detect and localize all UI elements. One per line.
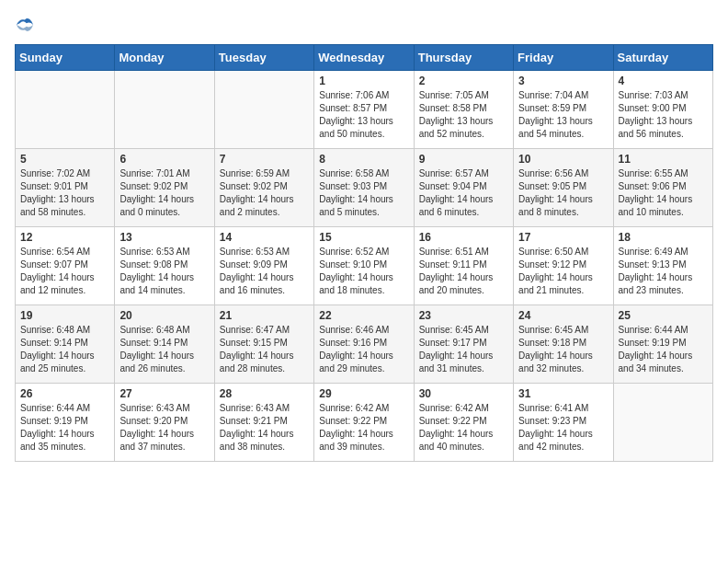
calendar-cell: 28Sunrise: 6:43 AMSunset: 9:21 PMDayligh…	[214, 384, 313, 462]
logo-icon	[15, 15, 35, 35]
calendar-cell: 21Sunrise: 6:47 AMSunset: 9:15 PMDayligh…	[214, 305, 313, 384]
calendar-week-row: 1Sunrise: 7:06 AMSunset: 8:57 PMDaylight…	[16, 71, 713, 149]
day-info: Sunrise: 7:06 AMSunset: 8:57 PMDaylight:…	[319, 89, 408, 141]
calendar-cell: 14Sunrise: 6:53 AMSunset: 9:09 PMDayligh…	[214, 227, 313, 305]
calendar-cell: 19Sunrise: 6:48 AMSunset: 9:14 PMDayligh…	[16, 305, 115, 384]
calendar-cell: 1Sunrise: 7:06 AMSunset: 8:57 PMDaylight…	[314, 71, 414, 149]
day-info: Sunrise: 6:48 AMSunset: 9:14 PMDaylight:…	[119, 324, 209, 375]
calendar-cell	[214, 71, 313, 149]
calendar-cell	[613, 384, 712, 462]
day-info: Sunrise: 6:44 AMSunset: 9:19 PMDaylight:…	[619, 324, 708, 375]
calendar-cell: 3Sunrise: 7:04 AMSunset: 8:59 PMDaylight…	[514, 71, 613, 149]
calendar-week-row: 5Sunrise: 7:02 AMSunset: 9:01 PMDaylight…	[16, 149, 713, 227]
calendar-cell: 4Sunrise: 7:03 AMSunset: 9:00 PMDaylight…	[613, 71, 712, 149]
calendar-cell: 31Sunrise: 6:41 AMSunset: 9:23 PMDayligh…	[514, 384, 613, 462]
calendar-cell: 20Sunrise: 6:48 AMSunset: 9:14 PMDayligh…	[115, 305, 214, 384]
day-info: Sunrise: 6:49 AMSunset: 9:13 PMDaylight:…	[619, 246, 708, 297]
day-number: 14	[220, 231, 309, 244]
calendar-cell: 26Sunrise: 6:44 AMSunset: 9:19 PMDayligh…	[16, 384, 115, 462]
day-number: 17	[518, 231, 608, 244]
calendar-cell: 27Sunrise: 6:43 AMSunset: 9:20 PMDayligh…	[115, 384, 214, 462]
day-number: 18	[619, 231, 708, 244]
calendar-cell: 25Sunrise: 6:44 AMSunset: 9:19 PMDayligh…	[613, 305, 712, 384]
day-info: Sunrise: 6:50 AMSunset: 9:12 PMDaylight:…	[518, 246, 608, 297]
day-info: Sunrise: 7:05 AMSunset: 8:58 PMDaylight:…	[419, 89, 508, 141]
day-number: 3	[518, 75, 608, 87]
weekday-header: Tuesday	[214, 45, 313, 71]
calendar-cell: 8Sunrise: 6:58 AMSunset: 9:03 PMDaylight…	[314, 149, 414, 227]
day-number: 5	[20, 153, 109, 166]
day-info: Sunrise: 6:56 AMSunset: 9:05 PMDaylight:…	[518, 167, 608, 219]
day-number: 4	[619, 75, 708, 87]
day-info: Sunrise: 6:47 AMSunset: 9:15 PMDaylight:…	[220, 324, 309, 375]
day-number: 30	[419, 387, 508, 400]
day-info: Sunrise: 6:57 AMSunset: 9:04 PMDaylight:…	[419, 167, 508, 219]
calendar-cell: 7Sunrise: 6:59 AMSunset: 9:02 PMDaylight…	[214, 149, 313, 227]
day-info: Sunrise: 6:52 AMSunset: 9:10 PMDaylight:…	[319, 246, 408, 297]
day-info: Sunrise: 6:41 AMSunset: 9:23 PMDaylight:…	[518, 402, 608, 454]
calendar-cell: 23Sunrise: 6:45 AMSunset: 9:17 PMDayligh…	[414, 305, 513, 384]
calendar-header: SundayMondayTuesdayWednesdayThursdayFrid…	[16, 45, 713, 71]
day-number: 16	[419, 231, 508, 244]
calendar-cell: 12Sunrise: 6:54 AMSunset: 9:07 PMDayligh…	[16, 227, 115, 305]
day-number: 20	[119, 309, 209, 322]
day-info: Sunrise: 6:53 AMSunset: 9:09 PMDaylight:…	[220, 246, 309, 297]
day-info: Sunrise: 6:51 AMSunset: 9:11 PMDaylight:…	[419, 246, 508, 297]
day-info: Sunrise: 6:44 AMSunset: 9:19 PMDaylight:…	[20, 402, 109, 454]
day-info: Sunrise: 6:46 AMSunset: 9:16 PMDaylight:…	[319, 324, 408, 375]
weekday-row: SundayMondayTuesdayWednesdayThursdayFrid…	[16, 45, 713, 71]
weekday-header: Thursday	[414, 45, 513, 71]
day-info: Sunrise: 6:59 AMSunset: 9:02 PMDaylight:…	[220, 167, 309, 219]
day-number: 31	[518, 387, 608, 400]
calendar-cell: 9Sunrise: 6:57 AMSunset: 9:04 PMDaylight…	[414, 149, 513, 227]
day-number: 19	[20, 309, 109, 322]
day-number: 12	[20, 231, 109, 244]
calendar-body: 1Sunrise: 7:06 AMSunset: 8:57 PMDaylight…	[16, 71, 713, 462]
weekday-header: Friday	[514, 45, 613, 71]
day-info: Sunrise: 6:45 AMSunset: 9:17 PMDaylight:…	[419, 324, 508, 375]
day-number: 2	[419, 75, 508, 87]
calendar-table: SundayMondayTuesdayWednesdayThursdayFrid…	[15, 44, 713, 462]
day-info: Sunrise: 6:43 AMSunset: 9:21 PMDaylight:…	[220, 402, 309, 454]
calendar-cell: 18Sunrise: 6:49 AMSunset: 9:13 PMDayligh…	[613, 227, 712, 305]
calendar-cell: 22Sunrise: 6:46 AMSunset: 9:16 PMDayligh…	[314, 305, 414, 384]
calendar-cell: 17Sunrise: 6:50 AMSunset: 9:12 PMDayligh…	[514, 227, 613, 305]
day-number: 25	[619, 309, 708, 322]
day-number: 9	[419, 153, 508, 166]
day-info: Sunrise: 6:43 AMSunset: 9:20 PMDaylight:…	[119, 402, 209, 454]
day-info: Sunrise: 6:42 AMSunset: 9:22 PMDaylight:…	[319, 402, 408, 454]
day-number: 11	[619, 153, 708, 166]
day-number: 23	[419, 309, 508, 322]
calendar-cell: 29Sunrise: 6:42 AMSunset: 9:22 PMDayligh…	[314, 384, 414, 462]
calendar-cell: 11Sunrise: 6:55 AMSunset: 9:06 PMDayligh…	[613, 149, 712, 227]
calendar-cell: 13Sunrise: 6:53 AMSunset: 9:08 PMDayligh…	[115, 227, 214, 305]
calendar-cell: 10Sunrise: 6:56 AMSunset: 9:05 PMDayligh…	[514, 149, 613, 227]
logo	[15, 15, 39, 35]
day-number: 21	[220, 309, 309, 322]
calendar-cell: 24Sunrise: 6:45 AMSunset: 9:18 PMDayligh…	[514, 305, 613, 384]
day-number: 6	[119, 153, 209, 166]
calendar-cell: 6Sunrise: 7:01 AMSunset: 9:02 PMDaylight…	[115, 149, 214, 227]
day-info: Sunrise: 6:58 AMSunset: 9:03 PMDaylight:…	[319, 167, 408, 219]
day-number: 22	[319, 309, 408, 322]
day-info: Sunrise: 6:48 AMSunset: 9:14 PMDaylight:…	[20, 324, 109, 375]
day-info: Sunrise: 7:03 AMSunset: 9:00 PMDaylight:…	[619, 89, 708, 141]
calendar-week-row: 26Sunrise: 6:44 AMSunset: 9:19 PMDayligh…	[16, 384, 713, 462]
day-number: 10	[518, 153, 608, 166]
weekday-header: Sunday	[16, 45, 115, 71]
day-number: 15	[319, 231, 408, 244]
day-number: 8	[319, 153, 408, 166]
calendar-cell	[115, 71, 214, 149]
day-info: Sunrise: 6:53 AMSunset: 9:08 PMDaylight:…	[119, 246, 209, 297]
calendar-cell: 2Sunrise: 7:05 AMSunset: 8:58 PMDaylight…	[414, 71, 513, 149]
day-info: Sunrise: 6:45 AMSunset: 9:18 PMDaylight:…	[518, 324, 608, 375]
weekday-header: Saturday	[613, 45, 712, 71]
day-info: Sunrise: 7:04 AMSunset: 8:59 PMDaylight:…	[518, 89, 608, 141]
weekday-header: Wednesday	[314, 45, 414, 71]
day-number: 27	[119, 387, 209, 400]
day-info: Sunrise: 6:55 AMSunset: 9:06 PMDaylight:…	[619, 167, 708, 219]
calendar-cell: 16Sunrise: 6:51 AMSunset: 9:11 PMDayligh…	[414, 227, 513, 305]
day-info: Sunrise: 7:01 AMSunset: 9:02 PMDaylight:…	[119, 167, 209, 219]
calendar-week-row: 12Sunrise: 6:54 AMSunset: 9:07 PMDayligh…	[16, 227, 713, 305]
day-number: 24	[518, 309, 608, 322]
